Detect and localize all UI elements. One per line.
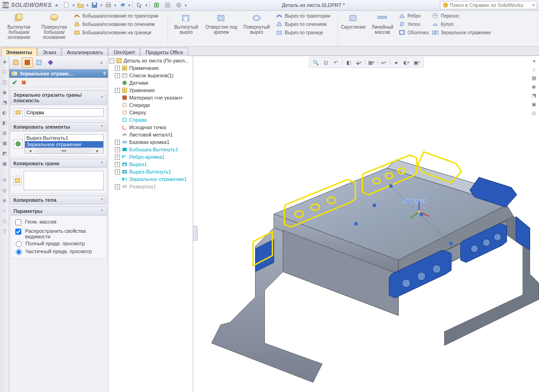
help-search-input[interactable]: [449, 2, 533, 8]
tool-icon[interactable]: ⊕: [1, 197, 8, 204]
tree-item[interactable]: Исходная точка: [129, 124, 166, 130]
mirror-plane-input[interactable]: [25, 108, 104, 117]
revolved-cut-button[interactable]: Повернутый вырез: [239, 12, 274, 45]
rebuild-button[interactable]: [151, 1, 162, 9]
tree-item[interactable]: Ребро-кромка1: [129, 154, 165, 160]
draft-button[interactable]: Уклон: [398, 20, 429, 28]
tool-icon[interactable]: ◧: [1, 119, 8, 126]
section-copy-features[interactable]: Копировать элементы⌃: [10, 122, 107, 131]
tool-icon[interactable]: ◈: [1, 58, 8, 65]
expand-icon[interactable]: +: [115, 169, 120, 174]
expand-icon[interactable]: +: [115, 162, 120, 167]
tool-icon[interactable]: ◫: [1, 78, 8, 86]
tool-icon[interactable]: ◩: [1, 149, 8, 157]
help-search[interactable]: ? ▾: [440, 1, 537, 9]
tab-sketch[interactable]: Эскиз: [38, 48, 61, 56]
graphics-viewport[interactable]: ⋮ 🔍 ⊡ ↶ ◧ ⬙▾ ▦▾ ∞▾ ● ◐▾ ▣▾: [193, 56, 539, 392]
new-file-button[interactable]: [62, 1, 72, 9]
partial-preview-radio[interactable]: [16, 249, 22, 255]
shell-button[interactable]: Оболочка: [398, 28, 429, 37]
tool-icon[interactable]: ⊞: [1, 129, 8, 137]
list-item[interactable]: Вырез-Вытянуть1: [25, 135, 103, 141]
propagate-visibility-checkbox[interactable]: [15, 229, 21, 235]
save-button[interactable]: [89, 1, 100, 9]
fillet-button[interactable]: Скругление: [339, 12, 368, 45]
expand-icon[interactable]: +: [115, 155, 120, 160]
mirror-button[interactable]: Зеркальное отражение: [432, 28, 492, 37]
scroll-left-button[interactable]: ◂: [25, 148, 37, 153]
section-mirror-face[interactable]: Зеркально отразить грань/плоскость⌃: [10, 90, 107, 105]
tree-item[interactable]: Примечания: [129, 65, 159, 71]
tree-item[interactable]: Вырез-Вытянуть1: [129, 169, 171, 174]
features-listbox[interactable]: Вырез-Вытянуть1 Зеркальное отражение ◂▪▪…: [25, 134, 104, 154]
swept-boss-button[interactable]: Бобышка/основание по траектории: [73, 12, 166, 20]
ok-button[interactable]: ✔: [12, 79, 18, 86]
taskpane-icon[interactable]: ◉: [532, 84, 536, 90]
lofted-boss-button[interactable]: Бобышка/основание по сечениям: [73, 20, 166, 28]
select-button[interactable]: [134, 1, 144, 9]
list-item[interactable]: Зеркальное отражение: [25, 141, 103, 148]
tool-icon[interactable]: ⬔: [1, 99, 8, 106]
pm-tab-config[interactable]: [33, 57, 44, 68]
tab-features[interactable]: Элементы: [1, 48, 37, 56]
taskpane-icon[interactable]: ◎: [532, 110, 536, 116]
tab-dimxpert[interactable]: DimXpert: [108, 48, 140, 56]
lofted-cut-button[interactable]: Вырез по сечениям: [276, 20, 336, 28]
tool-icon[interactable]: ▦: [1, 139, 8, 147]
expand-icon[interactable]: +: [115, 73, 120, 78]
tree-item[interactable]: Базовая кромка1: [129, 139, 169, 145]
section-copy-bodies[interactable]: Копировать тела⌃: [10, 195, 107, 205]
revolved-boss-button[interactable]: Повернутая бобышка/основание: [37, 12, 71, 45]
tool-icon[interactable]: ◉: [1, 88, 8, 96]
tree-item[interactable]: Листовой металл1: [129, 132, 173, 137]
tab-office[interactable]: Продукты Office: [140, 48, 188, 56]
options-button[interactable]: [163, 1, 173, 9]
expand-icon[interactable]: +: [115, 66, 120, 71]
tree-item[interactable]: Датчики: [129, 80, 148, 86]
extruded-boss-button[interactable]: Вытянутая бобышка/основание: [2, 12, 36, 45]
expand-icon[interactable]: +: [115, 88, 120, 93]
geom-pattern-checkbox[interactable]: [15, 219, 21, 225]
taskpane-icon[interactable]: ▣: [532, 101, 536, 107]
section-parameters[interactable]: Параметры⌃: [10, 206, 107, 216]
cancel-button[interactable]: ✖: [21, 79, 26, 86]
linear-pattern-button[interactable]: Линейный массив: [369, 12, 396, 45]
settings-button[interactable]: [174, 1, 184, 9]
tree-item[interactable]: Сверху: [129, 110, 146, 115]
dome-button[interactable]: Купол: [432, 20, 492, 28]
tree-item[interactable]: Деталь из листа (По умол...: [124, 58, 189, 63]
tree-item[interactable]: Справа: [129, 117, 147, 123]
search-dropdown-icon[interactable]: ▾: [533, 3, 535, 7]
hole-wizard-button[interactable]: Отверстие под крепеж: [204, 12, 238, 45]
tree-item[interactable]: Бобышка-Вытянуть1: [129, 147, 178, 152]
section-copy-faces[interactable]: Копировать грани⌃: [10, 159, 107, 168]
tool-icon[interactable]: ⬡: [1, 68, 8, 75]
taskpane-icon[interactable]: ⌂: [533, 67, 536, 72]
tool-icon[interactable]: ▽: [1, 227, 8, 235]
expand-icon[interactable]: −: [109, 58, 114, 63]
open-file-button[interactable]: [75, 1, 86, 9]
tree-item[interactable]: Развертка1: [129, 184, 156, 189]
tool-icon[interactable]: ◇: [1, 217, 8, 224]
tool-icon[interactable]: ◐: [1, 109, 8, 116]
extruded-cut-button[interactable]: Вытянутый вырез: [169, 12, 203, 45]
boundary-boss-button[interactable]: Бобышка/основание на границе: [73, 28, 166, 37]
faces-listbox[interactable]: [24, 171, 104, 190]
expand-icon[interactable]: +: [115, 184, 120, 189]
print-button[interactable]: [103, 1, 113, 9]
scroll-track[interactable]: ▪▪▪: [37, 148, 92, 153]
expand-icon[interactable]: +: [115, 147, 120, 152]
taskpane-icon[interactable]: ◂: [533, 58, 535, 64]
pm-help-button[interactable]: ?: [103, 71, 106, 76]
pm-tab-property[interactable]: [22, 57, 33, 68]
expand-icon[interactable]: +: [115, 140, 120, 145]
undo-button[interactable]: [117, 1, 127, 9]
boundary-cut-button[interactable]: Вырез по границе: [276, 28, 336, 37]
pm-tab-dim[interactable]: [45, 57, 56, 68]
tab-evaluate[interactable]: Анализировать: [62, 48, 108, 56]
wrap-button[interactable]: Перенос: [432, 12, 492, 20]
tree-item[interactable]: Список вырезов(1): [129, 73, 174, 78]
tree-item[interactable]: Зеркальное отражение1: [129, 176, 187, 182]
taskpane-icon[interactable]: ▦: [532, 75, 536, 81]
tree-item[interactable]: Материал <не указан>: [129, 95, 183, 100]
